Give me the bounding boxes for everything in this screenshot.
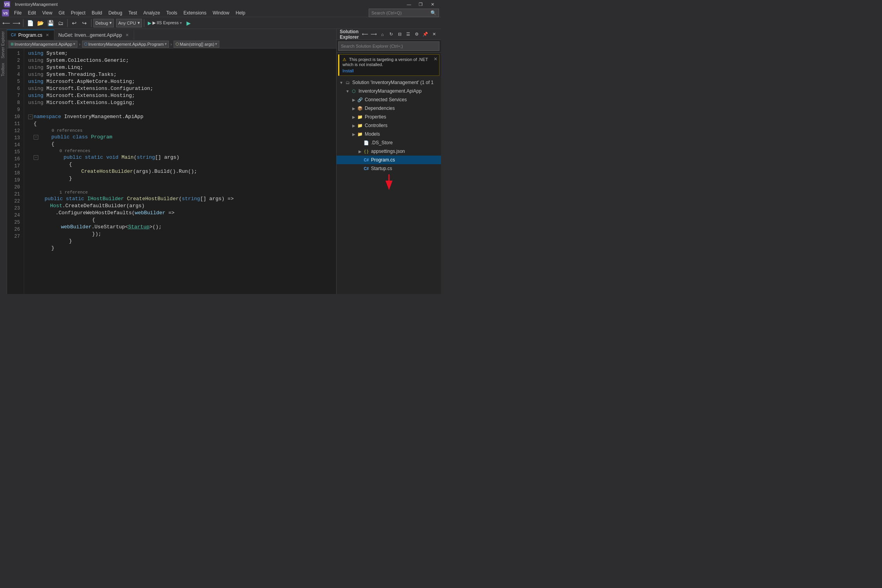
- tab-program-cs-close[interactable]: ✕: [45, 32, 50, 38]
- properties-expand-icon: ▶: [351, 114, 357, 120]
- class-dropdown-label: InventoryManagement.ApiApp.Program: [88, 42, 164, 47]
- undo-button[interactable]: ↩: [70, 18, 79, 28]
- se-search-bar: [337, 40, 441, 53]
- menu-build[interactable]: Build: [89, 9, 106, 17]
- code-line-5: using Microsoft.AspNetCore.Hosting;: [28, 78, 336, 85]
- se-close-btn[interactable]: ✕: [430, 30, 438, 38]
- code-content[interactable]: using System; using System.Collections.G…: [24, 48, 336, 294]
- ln-12: 12: [7, 127, 20, 134]
- menu-extensions[interactable]: Extensions: [180, 9, 210, 17]
- toolbar-sep-1: [23, 19, 23, 27]
- ln-13: 13: [7, 134, 20, 142]
- collapse-14[interactable]: −: [34, 155, 38, 160]
- platform-dropdown[interactable]: Any CPU ▾: [116, 19, 142, 27]
- tab-nuget-close[interactable]: ✕: [124, 32, 130, 38]
- tree-connected-services[interactable]: ▶ 🔗 Connected Services: [337, 95, 441, 104]
- save-button[interactable]: 💾: [46, 18, 55, 28]
- se-refresh-btn[interactable]: ↻: [387, 30, 395, 38]
- code-editor[interactable]: 1 2 3 4 5 6 7 8 9 10 11 12 13 14 15 16 1…: [7, 48, 336, 294]
- filepath-bar: ⊞ InventoryManagement.ApiApp ▾ › ⬡ Inven…: [7, 40, 336, 48]
- menu-tools[interactable]: Tools: [163, 9, 180, 17]
- ln-21: 21: [7, 191, 20, 198]
- back-button[interactable]: ⟵: [2, 18, 11, 28]
- debug-config-dropdown[interactable]: Debug ▾: [93, 19, 114, 27]
- window-title: InventoryManagement: [15, 2, 57, 7]
- menu-analyze[interactable]: Analyze: [140, 9, 163, 17]
- tree-dependencies[interactable]: ▶ 📦 Dependencies: [337, 104, 441, 113]
- tree-program-cs[interactable]: ▶ C# Program.cs: [337, 156, 441, 164]
- collapse-10[interactable]: −: [28, 115, 33, 119]
- ln-4: 4: [7, 71, 20, 78]
- properties-icon: 📁: [357, 114, 363, 120]
- tree-ds-store[interactable]: ▶ 📄 .DS_Store: [337, 138, 441, 147]
- tree-controllers[interactable]: ▶ 📁 Controllers: [337, 121, 441, 130]
- se-collapse-btn[interactable]: ⊟: [396, 30, 403, 38]
- method-dropdown-label: Main(string[] args): [180, 42, 215, 47]
- menu-git[interactable]: Git: [56, 9, 68, 17]
- warning-close-btn[interactable]: ✕: [434, 56, 437, 62]
- menu-help[interactable]: Help: [233, 9, 249, 17]
- menu-file[interactable]: File: [11, 9, 25, 17]
- vs-icon: VS: [2, 9, 9, 17]
- ln-1: 1: [7, 50, 20, 57]
- tab-nuget[interactable]: NuGet: Inven...gement.ApiApp ✕: [54, 30, 134, 40]
- window-controls: — ❐ ✕: [403, 1, 438, 8]
- solution-label: Solution 'InventoryManagement' (1 of 1: [352, 80, 434, 85]
- se-home-btn[interactable]: ⌂: [378, 30, 386, 38]
- se-filter-btn[interactable]: ☰: [404, 30, 412, 38]
- filepath-sep-2: ›: [170, 42, 173, 47]
- tree-appsettings[interactable]: ▶ { } appsettings.json: [337, 147, 441, 156]
- project-icon: ⬡: [351, 88, 357, 94]
- connected-services-label: Connected Services: [365, 97, 407, 102]
- save-all-button[interactable]: 🗂: [56, 18, 65, 28]
- code-line-16: CreateHostBuilder(args).Build().Run();: [28, 168, 336, 175]
- tab-program-cs-icon: C#: [11, 33, 16, 37]
- tree-solution[interactable]: ▼ 🗂 Solution 'InventoryManagement' (1 of…: [337, 78, 441, 87]
- tree-models[interactable]: ▶ 📁 Models: [337, 130, 441, 138]
- code-line-3: using System.Linq;: [28, 64, 336, 71]
- toolbox-label[interactable]: Toolbox: [0, 61, 7, 79]
- models-label: Models: [365, 131, 380, 137]
- restore-button[interactable]: ❐: [415, 1, 426, 8]
- redo-button[interactable]: ↪: [80, 18, 89, 28]
- new-project-button[interactable]: 📄: [25, 18, 35, 28]
- code-line-20: Host.CreateDefaultBuilder(args): [28, 203, 336, 210]
- minimize-button[interactable]: —: [403, 1, 414, 8]
- run-iis-button[interactable]: ▶ ▶ IIS Express ▾: [146, 20, 183, 26]
- tree-startup-cs[interactable]: ▶ C# Startup.cs: [337, 164, 441, 173]
- menu-edit[interactable]: Edit: [25, 9, 39, 17]
- code-line-7: using Microsoft.Extensions.Hosting;: [28, 92, 336, 99]
- server-explorer-label[interactable]: Server Explorer: [0, 29, 7, 61]
- tab-program-cs[interactable]: C# Program.cs ✕: [7, 30, 54, 40]
- menu-test[interactable]: Test: [125, 9, 140, 17]
- code-line-10: − namespace InventoryManagement.ApiApp: [28, 113, 336, 120]
- menu-window[interactable]: Window: [210, 9, 233, 17]
- close-button[interactable]: ✕: [427, 1, 438, 8]
- menu-view[interactable]: View: [39, 9, 56, 17]
- tree-properties[interactable]: ▶ 📁 Properties: [337, 113, 441, 121]
- se-pin-btn[interactable]: 📌: [421, 30, 429, 38]
- menu-debug[interactable]: Debug: [105, 9, 125, 17]
- method-dropdown-arrow: ▾: [215, 41, 217, 47]
- kw-gray-4: using: [28, 71, 47, 78]
- se-search-input[interactable]: [338, 41, 439, 51]
- forward-button[interactable]: ⟶: [12, 18, 21, 28]
- install-link[interactable]: Install: [342, 68, 436, 73]
- tree-project[interactable]: ▼ ⬡ InventoryManagement.ApiApp: [337, 87, 441, 95]
- se-back-btn[interactable]: ⟵: [361, 30, 369, 38]
- method-dropdown[interactable]: ⬡ Main(string[] args) ▾: [174, 41, 220, 48]
- class-dropdown[interactable]: ⬡ InventoryManagement.ApiApp.Program ▾: [82, 41, 169, 48]
- deps-expand-icon: ▶: [351, 105, 357, 111]
- open-button[interactable]: 📂: [36, 18, 45, 28]
- ln-19: 19: [7, 177, 20, 184]
- ln-25: 25: [7, 219, 20, 226]
- debug-run-button[interactable]: ▶: [184, 18, 194, 28]
- code-line-9: [28, 106, 336, 113]
- se-forward-btn[interactable]: ⟶: [370, 30, 378, 38]
- collapse-12[interactable]: −: [34, 135, 38, 140]
- menu-project[interactable]: Project: [68, 9, 88, 17]
- project-dropdown[interactable]: ⊞ InventoryManagement.ApiApp ▾: [9, 41, 77, 48]
- quick-search-input[interactable]: [369, 9, 439, 17]
- se-settings-btn[interactable]: ⚙: [413, 30, 421, 38]
- code-line-18: [28, 182, 336, 189]
